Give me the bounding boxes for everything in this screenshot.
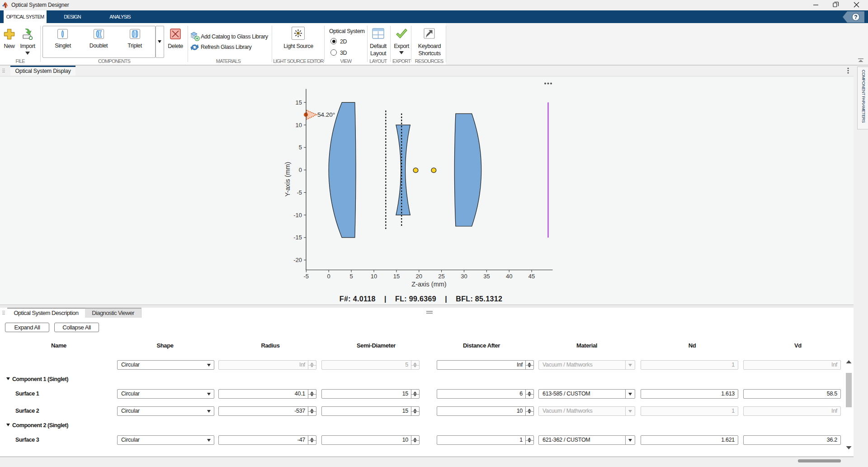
svg-text:10: 10 [296,122,302,129]
svg-text:15: 15 [296,99,302,106]
svg-text:Z-axis (mm): Z-axis (mm) [411,281,446,288]
svg-text:?: ? [854,14,857,20]
svg-text:25: 25 [438,273,444,280]
svg-text:-5: -5 [304,273,309,280]
svg-text:-10: -10 [293,212,302,219]
svg-text:-5: -5 [297,189,302,196]
svg-text:40: 40 [506,273,512,280]
svg-text:5: 5 [299,144,302,151]
svg-text:45: 45 [528,273,535,280]
svg-text:0: 0 [327,273,330,280]
svg-text:20: 20 [416,273,422,280]
svg-text:35: 35 [483,273,490,280]
svg-text:30: 30 [461,273,467,280]
svg-text:54.20°: 54.20° [317,111,335,118]
svg-text:Y-axis (mm): Y-axis (mm) [284,162,291,197]
svg-text:15: 15 [393,273,400,280]
svg-text:10: 10 [371,273,377,280]
svg-text:-20: -20 [293,257,302,263]
svg-text:-15: -15 [293,234,302,241]
svg-text:5: 5 [349,273,353,280]
svg-text:F#: 4.0118 | FL: 99.6369: F#: 4.0118 | FL: 99.6369 | BFL: 85.1312 [340,295,502,303]
svg-text:0: 0 [299,167,302,173]
